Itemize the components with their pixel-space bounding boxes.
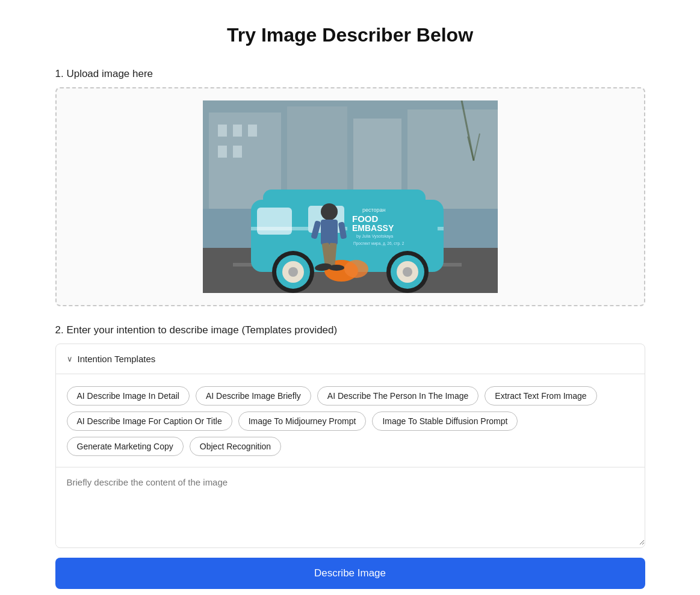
svg-rect-9 — [218, 146, 227, 158]
svg-text:by Julia Vysotskaya: by Julia Vysotskaya — [356, 234, 393, 239]
accordion-body: AI Describe Image In DetailAI Describe I… — [56, 374, 645, 467]
svg-rect-6 — [218, 125, 227, 137]
chevron-down-icon: ∨ — [67, 354, 73, 363]
svg-rect-18 — [257, 208, 292, 235]
svg-point-30 — [288, 267, 298, 277]
svg-text:Проспект мира, д. 26, стр. 2: Проспект мира, д. 26, стр. 2 — [353, 241, 404, 246]
chip-extract[interactable]: Extract Text From Image — [485, 386, 596, 405]
chip-stablediff[interactable]: Image To Stable Diffusion Prompt — [372, 412, 518, 431]
svg-rect-7 — [233, 125, 242, 137]
svg-point-34 — [403, 267, 412, 277]
page-title: Try Image Describer Below — [55, 24, 645, 46]
svg-point-36 — [344, 260, 368, 278]
chip-detail[interactable]: AI Describe Image In Detail — [67, 386, 190, 405]
svg-point-42 — [329, 265, 344, 271]
upload-area[interactable]: ресторан FOOD EMBASSY by Julia Vysotskay… — [55, 87, 645, 306]
svg-text:ресторан: ресторан — [362, 207, 386, 213]
templates-accordion-header[interactable]: ∨ Intention Templates — [56, 344, 645, 374]
svg-text:FOOD: FOOD — [352, 214, 378, 224]
section2-content: ∨ Intention Templates AI Describe Image … — [55, 344, 645, 548]
chip-object[interactable]: Object Recognition — [190, 437, 281, 456]
template-chips-container: AI Describe Image In DetailAI Describe I… — [67, 386, 634, 456]
uploaded-image: ресторан FOOD EMBASSY by Julia Vysotskay… — [203, 100, 498, 293]
chip-caption[interactable]: AI Describe Image For Caption Or Title — [67, 412, 232, 431]
svg-rect-8 — [248, 125, 257, 137]
page-container: Try Image Describer Below 1. Upload imag… — [55, 24, 645, 589]
upload-section-label: 1. Upload image here — [55, 68, 645, 80]
chip-midjourney[interactable]: Image To Midjourney Prompt — [238, 412, 367, 431]
intention-textarea[interactable] — [56, 467, 645, 545]
svg-rect-10 — [233, 146, 242, 158]
intention-section-label: 2. Enter your intention to describe imag… — [55, 324, 645, 336]
chip-person[interactable]: AI Describe The Person In The Image — [317, 386, 479, 405]
svg-point-37 — [321, 203, 338, 220]
chip-marketing[interactable]: Generate Marketing Copy — [67, 437, 184, 456]
chip-briefly[interactable]: AI Describe Image Briefly — [196, 386, 311, 405]
describe-image-button[interactable]: Describe Image — [55, 558, 645, 589]
svg-text:EMBASSY: EMBASSY — [352, 223, 394, 233]
accordion-header-label: Intention Templates — [78, 354, 156, 364]
svg-rect-38 — [321, 220, 338, 245]
